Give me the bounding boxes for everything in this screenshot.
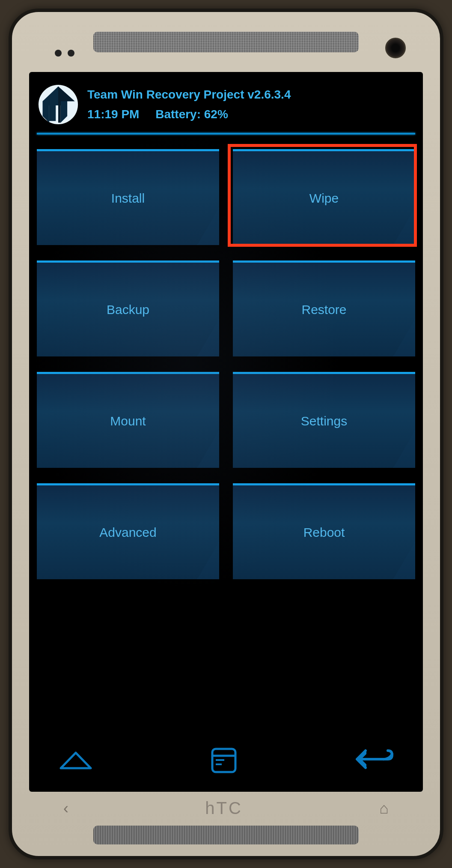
front-camera [385,38,406,58]
twrp-nav-bar [35,737,417,784]
home-icon[interactable] [56,747,95,774]
time-text: 11:19 PM [87,108,139,121]
wipe-label: Wipe [309,191,339,206]
hw-home-icon[interactable]: ⌂ [379,799,389,817]
settings-label: Settings [301,414,347,428]
speaker-grille-bottom [93,826,359,844]
app-title: Team Win Recovery Project v2.6.3.4 [87,88,414,102]
reboot-label: Reboot [303,525,345,540]
console-icon[interactable] [210,746,238,775]
install-label: Install [111,191,145,206]
status-line: 11:19 PM Battery: 62% [87,108,414,121]
install-button[interactable]: Install [37,149,219,245]
backup-label: Backup [107,302,149,317]
sensor-dots [55,50,74,57]
reboot-button[interactable]: Reboot [233,483,415,579]
brand-logo: hTC [205,799,243,818]
phone-chin: ‹ hTC ⌂ [12,792,440,859]
battery-text: Battery: 62% [155,108,228,121]
back-icon[interactable] [353,745,396,775]
hw-back-icon[interactable]: ‹ [63,799,68,817]
twrp-header: Team Win Recovery Project v2.6.3.4 11:19… [35,80,417,133]
advanced-button[interactable]: Advanced [37,483,219,579]
speaker-grille-top [93,32,359,52]
screen: Team Win Recovery Project v2.6.3.4 11:19… [29,72,423,792]
restore-button[interactable]: Restore [233,260,415,356]
phone-top-bezel [12,12,440,72]
backup-button[interactable]: Backup [37,260,219,356]
settings-button[interactable]: Settings [233,372,415,468]
header-divider [37,133,415,135]
mount-button[interactable]: Mount [37,372,219,468]
phone-frame: Team Win Recovery Project v2.6.3.4 11:19… [9,9,443,859]
twrp-logo-icon [38,84,79,125]
advanced-label: Advanced [99,525,156,540]
main-menu-grid: Install Wipe Backup Restore Mount Settin… [35,149,417,579]
mount-label: Mount [110,414,146,428]
wipe-button[interactable]: Wipe [233,149,415,245]
restore-label: Restore [301,302,346,317]
